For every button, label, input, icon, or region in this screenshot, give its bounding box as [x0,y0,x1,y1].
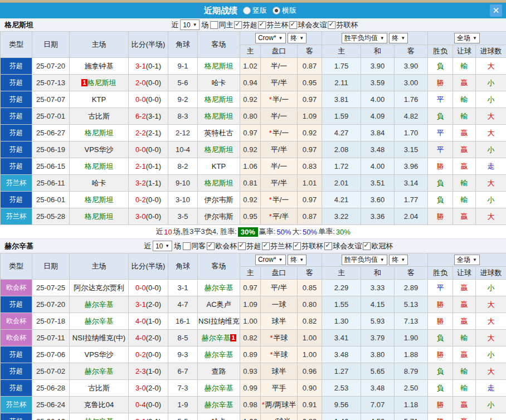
checkbox-icon[interactable] [235,21,242,29]
league-checkbox-0[interactable]: 欧会杯 [207,241,237,251]
avg-type-select[interactable]: 胜平负均值▼ [342,33,387,43]
score: 3-0(0-0) [129,208,168,225]
league-checkbox-2[interactable]: 球会友谊 [290,20,327,30]
odds-stage-select[interactable]: 终▼ [288,255,306,265]
col-header-score: 比分(半场) [129,32,168,58]
radio-unselected-icon[interactable] [243,7,251,14]
league-checkbox-1-label: 芬兰杯 [267,20,289,30]
avg-stage-select[interactable]: 终▼ [389,33,408,43]
score: 6-2(3-1) [129,108,168,125]
half-time-score: (0-0) [146,350,161,359]
full-time-score: 4-0 [135,334,146,342]
league-checkbox-0[interactable]: 芬超 [235,20,257,30]
handicap-label: 平/半 [271,145,288,154]
corners: 8-5 [168,330,198,346]
match-type: 芬兰杯 [1,208,32,225]
full-time-score: 0-0 [135,95,146,104]
avg-away: 2.89 [395,280,428,296]
subcol-avg-draw: 和 [361,45,395,58]
home-team: 格尼斯坦 [70,208,129,225]
scope-select[interactable]: 全场▼ [454,255,480,265]
league-checkbox-4[interactable]: 球会友谊 [324,241,362,251]
close-icon[interactable]: ✕ [490,4,502,17]
match-row: 芬超25-06-19赫尔辛基3-1(2-1)5-5哈卡1.06一/球半0.831… [1,413,506,420]
odds-home: 0.98 [240,397,261,413]
league-checkbox-5[interactable]: 欧冠杯 [363,241,393,251]
away-team: 伊尔韦斯 [198,192,240,208]
result-wdl: 平 [428,141,453,158]
league-checkbox-3[interactable]: 芬联杯 [293,241,323,251]
checkbox-icon[interactable] [293,242,301,250]
away-team-label: AC奥卢 [206,300,231,309]
odds-home: 0.92 [240,192,261,208]
subcol-handicap: 盘口 [261,267,298,280]
away-team: 赫尔辛基 [198,397,240,413]
odds-home: 0.92 [240,91,261,108]
view-option-horizontal[interactable]: 横版 [273,6,296,16]
avg-stage-select[interactable]: 终▼ [389,255,408,265]
recent-count-select[interactable]: 10▼ [180,19,200,30]
full-time-score: 0-0 [135,284,146,292]
same-venue-checkbox[interactable]: 同客 [183,241,206,251]
league-checkbox-1[interactable]: 芬兰杯 [259,20,289,30]
checkbox-icon[interactable] [290,21,298,29]
result-handicap: 輸 [453,91,476,108]
radio-selected-icon[interactable] [273,7,280,14]
odds-away: 0.96 [298,363,322,380]
match-type: 芬超 [1,108,32,125]
handicap: 半/一 [261,108,298,125]
view-option-vertical[interactable]: 竖版 [243,6,267,16]
result-goals: 走 [476,380,506,397]
result-wdl: 勝 [428,313,453,330]
match-row: 芬兰杯25-06-11哈卡3-2(1-1)9-10格尼斯坦0.81平/半1.01… [1,175,506,192]
handicap: *半球 [261,346,298,363]
odds-company-select[interactable]: Crow*▼ [255,255,286,265]
score: 3-1(2-1) [129,413,168,420]
checkbox-icon[interactable] [207,242,215,250]
checkbox-icon[interactable] [211,21,218,29]
odds-stage-select[interactable]: 终▼ [288,33,306,43]
result-goals: 小 [476,397,506,413]
full-time-score: 0-2 [135,350,146,359]
checkbox-icon[interactable] [262,242,270,250]
match-row: 芬超25-07-20赫尔辛基3-1(2-0)4-7AC奥卢1.09一球0.801… [1,296,506,313]
avg-type-select[interactable]: 胜平负均值▼ [342,255,387,265]
match-date: 25-07-01 [32,108,70,125]
result-handicap: 贏 [453,141,476,158]
checkbox-icon[interactable] [328,21,336,29]
odds-company-select[interactable]: Crow*▼ [255,33,286,43]
avg-home: 1.55 [322,296,361,313]
full-time-score: 0-0 [135,145,146,154]
avg-away: 1.77 [395,192,428,208]
match-type: 芬超 [1,346,32,363]
match-type: 芬超 [1,192,32,208]
away-team: 哈卡 [198,413,240,420]
half-time-score: (0-0) [146,79,161,87]
league-checkbox-3[interactable]: 芬联杯 [328,20,358,30]
league-checkbox-1[interactable]: 芬超 [238,241,261,251]
home-team-label: 哈卡 [92,179,106,187]
summary-text: 50% [303,228,317,236]
league-checkbox-2[interactable]: 芬兰杯 [262,241,292,251]
full-time-score: 4-0 [135,317,146,325]
avg-home: 2.29 [322,280,361,296]
checkbox-icon[interactable] [363,242,371,250]
team-section-header-2: 赫尔辛基 近10▼场同客欧会杯芬超芬兰杯芬联杯球会友谊欧冠杯 [0,239,506,253]
same-venue-checkbox[interactable]: 同主 [211,20,233,30]
checkbox-icon[interactable] [238,242,246,250]
star-mark: * [269,95,272,104]
checkbox-icon[interactable] [324,242,332,250]
match-type: 芬兰杯 [1,175,32,192]
col-header-type: 类型 [1,253,32,280]
checkbox-icon[interactable] [259,21,266,29]
match-type: 芬超 [1,413,32,420]
recent-count-select[interactable]: 10▼ [153,241,172,251]
scope-select[interactable]: 全场▼ [454,33,480,43]
match-date: 25-06-01 [32,192,70,208]
avg-draw: 3.60 [361,192,395,208]
checkbox-icon[interactable] [183,242,191,250]
odds-away: 1.00 [298,330,322,346]
avg-header-cell: 胜平负均值▼ 终▼ [322,253,428,267]
full-time-score: 0-4 [135,401,146,409]
home-team-label: 赫尔辛基 [85,417,114,420]
